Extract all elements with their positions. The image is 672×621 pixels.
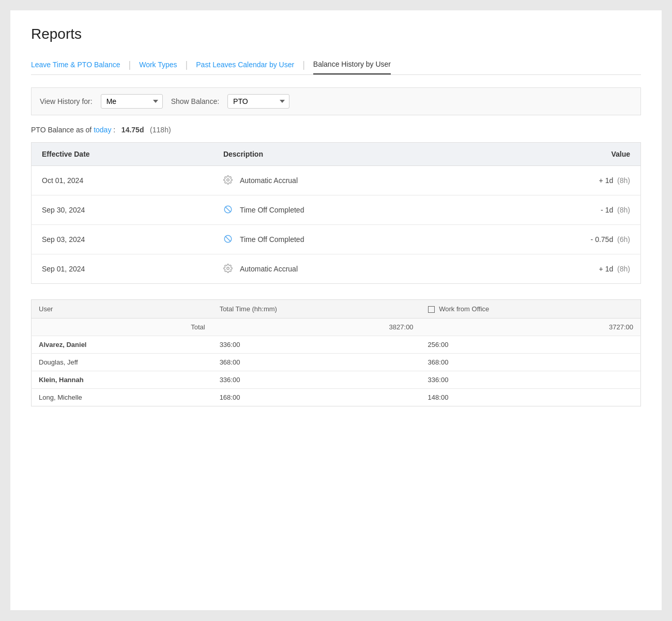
work-office-time: 336:00 — [421, 371, 641, 389]
summary-table-header-row: User Total Time (hh:mm) Work from Office — [32, 300, 641, 319]
summary-row: Long, Michelle168:00148:00 — [32, 389, 641, 406]
summary-row: Douglas, Jeff368:00368:00 — [32, 354, 641, 371]
total-time: 336:00 — [212, 371, 421, 389]
history-description: Automatic Accrual — [213, 254, 481, 284]
description-text: Automatic Accrual — [240, 176, 298, 185]
history-value: - 1d (8h) — [481, 195, 641, 225]
show-balance-select[interactable]: PTO — [227, 94, 289, 109]
page-container: Reports Leave Time & PTO Balance | Work … — [10, 10, 662, 610]
description-text: Time Off Completed — [240, 206, 304, 214]
col-description: Description — [213, 143, 481, 166]
history-value: - 0.75d (6h) — [481, 225, 641, 254]
page-title: Reports — [31, 26, 641, 42]
view-history-select[interactable]: Me — [101, 94, 163, 109]
total-time: 368:00 — [212, 354, 421, 371]
balance-separator: : — [113, 126, 115, 134]
svg-line-4 — [225, 236, 231, 242]
value-hours: (8h) — [617, 206, 630, 214]
user-name: Douglas, Jeff — [32, 354, 212, 371]
tabs-nav: Leave Time & PTO Balance | Work Types | … — [31, 55, 641, 75]
block-icon — [223, 205, 234, 215]
show-balance-label: Show Balance: — [171, 97, 219, 105]
tab-separator-3: | — [302, 60, 305, 69]
work-office-time: 256:00 — [421, 336, 641, 354]
tab-separator-2: | — [186, 60, 188, 69]
balance-prefix: PTO Balance as of — [31, 126, 91, 134]
svg-point-5 — [227, 267, 230, 270]
gear-icon — [223, 175, 234, 186]
svg-point-0 — [227, 179, 230, 181]
tab-separator-1: | — [129, 60, 131, 69]
total-time: 336:00 — [212, 336, 421, 354]
history-date: Sep 01, 2024 — [32, 254, 213, 284]
balance-days: 14.75d — [121, 126, 144, 134]
history-row: Oct 01, 2024 Automatic Accrual+ 1d (8h) — [32, 166, 641, 195]
total-work-office-value: 3727:00 — [421, 319, 641, 336]
svg-line-2 — [225, 207, 231, 213]
col-work-office: Work from Office — [421, 300, 641, 319]
user-name: Alvarez, Daniel — [32, 336, 212, 354]
col-effective-date: Effective Date — [32, 143, 213, 166]
total-label: Total — [32, 319, 212, 336]
history-row: Sep 01, 2024 Automatic Accrual+ 1d (8h) — [32, 254, 641, 284]
work-office-time: 368:00 — [421, 354, 641, 371]
value-hours: (8h) — [617, 265, 630, 273]
history-description: Automatic Accrual — [213, 166, 481, 195]
total-time: 168:00 — [212, 389, 421, 406]
user-name: Long, Michelle — [32, 389, 212, 406]
work-office-checkbox[interactable] — [428, 306, 435, 313]
col-value: Value — [481, 143, 641, 166]
value-hours: (6h) — [617, 235, 630, 244]
history-table: Effective Date Description Value Oct 01,… — [31, 142, 641, 284]
block-icon — [223, 234, 234, 245]
tab-leave-pto[interactable]: Leave Time & PTO Balance — [31, 55, 120, 74]
description-text: Time Off Completed — [240, 235, 304, 244]
history-description: Time Off Completed — [213, 195, 481, 225]
tab-past-leaves[interactable]: Past Leaves Calendar by User — [196, 55, 294, 74]
description-text: Automatic Accrual — [240, 265, 298, 273]
balance-hours: (118h) — [150, 126, 171, 134]
filter-bar: View History for: Me Show Balance: PTO — [31, 87, 641, 115]
balance-summary: PTO Balance as of today : 14.75d (118h) — [31, 126, 641, 134]
history-value: + 1d (8h) — [481, 166, 641, 195]
history-table-header-row: Effective Date Description Value — [32, 143, 641, 166]
summary-row: Alvarez, Daniel336:00256:00 — [32, 336, 641, 354]
summary-row: Klein, Hannah336:00336:00 — [32, 371, 641, 389]
history-date: Sep 03, 2024 — [32, 225, 213, 254]
summary-total-row: Total 3827:00 3727:00 — [32, 319, 641, 336]
today-link[interactable]: today — [94, 126, 111, 134]
col-total-time: Total Time (hh:mm) — [212, 300, 421, 319]
work-office-label: Work from Office — [439, 305, 489, 313]
user-name: Klein, Hannah — [32, 371, 212, 389]
col-user: User — [32, 300, 212, 319]
tab-work-types[interactable]: Work Types — [139, 55, 177, 74]
history-row: Sep 30, 2024 Time Off Completed- 1d (8h) — [32, 195, 641, 225]
history-date: Sep 30, 2024 — [32, 195, 213, 225]
history-value: + 1d (8h) — [481, 254, 641, 284]
history-row: Sep 03, 2024 Time Off Completed- 0.75d (… — [32, 225, 641, 254]
tab-balance-history[interactable]: Balance History by User — [313, 55, 391, 74]
total-time-value: 3827:00 — [212, 319, 421, 336]
gear-icon — [223, 264, 234, 274]
view-history-label: View History for: — [40, 97, 93, 105]
work-office-time: 148:00 — [421, 389, 641, 406]
summary-table: User Total Time (hh:mm) Work from Office… — [31, 299, 641, 406]
history-date: Oct 01, 2024 — [32, 166, 213, 195]
history-description: Time Off Completed — [213, 225, 481, 254]
value-hours: (8h) — [617, 176, 630, 185]
